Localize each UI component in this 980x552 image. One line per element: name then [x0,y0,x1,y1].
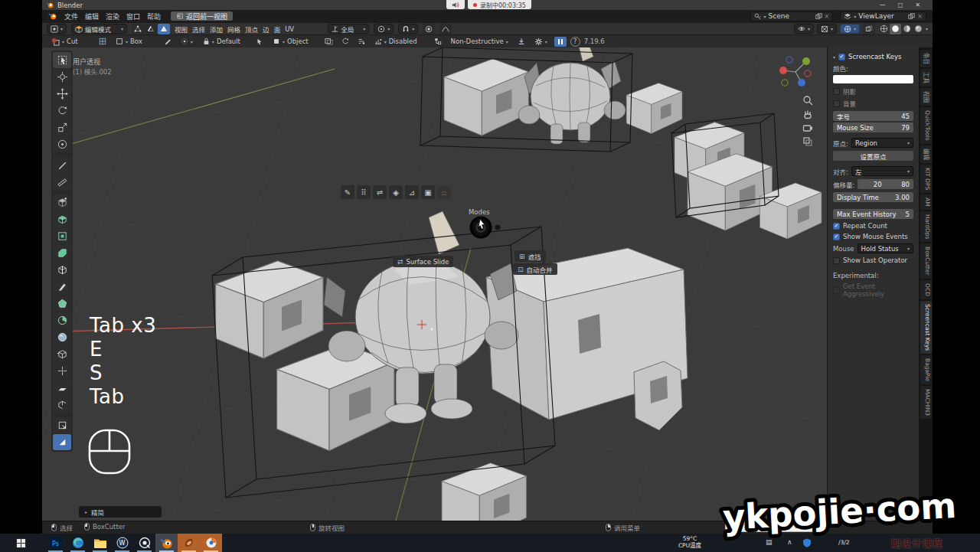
apply-button[interactable] [515,36,528,47]
background-checkbox[interactable] [833,100,840,107]
tool-move[interactable] [53,86,71,102]
hud-extra-icon[interactable]: ▫ [437,185,451,199]
tab-quicktools[interactable]: QuickTools [920,107,932,144]
tool-shear[interactable] [53,380,71,396]
tool-corner-pull[interactable] [53,417,71,433]
tab-boxcutter[interactable]: BoxCutter [920,243,932,279]
tab-screencast-keys[interactable]: Screencast Keys [920,301,932,354]
menu-help[interactable]: 帮助 [147,11,161,21]
tool-rip-region[interactable] [53,397,71,413]
material-shading-button[interactable] [901,24,913,34]
hud-annotate-icon[interactable]: ✎ [341,185,354,199]
new-copy-icon[interactable] [908,13,915,20]
taskbar-edge[interactable] [67,534,89,552]
menu-uv[interactable]: UV [285,25,294,33]
rendered-shading-button[interactable] [913,24,924,34]
transform-orientation-dropdown[interactable]: 全局 ▾ [328,24,369,34]
menu-mesh[interactable]: 网格 [227,24,240,34]
menu-vertex[interactable]: 顶点 [245,24,258,34]
mode-target-dropdown[interactable]: ▾ Object [270,37,312,47]
modes-pie-button[interactable] [468,214,503,242]
shadow-checkbox[interactable] [833,88,840,95]
hud-slide-icon[interactable]: ⇌ [373,185,387,199]
close-icon[interactable]: ✕ [915,2,920,8]
hud-box-icon[interactable]: ▣ [421,185,435,199]
tab-hardops[interactable]: HardOps [920,211,932,243]
scene-selector[interactable]: ▾ Scene × [750,11,834,21]
hud-eyedropper-icon[interactable]: ⊿ [405,185,419,199]
hud-vertices-icon[interactable]: ⠿ [357,185,371,199]
tool-measure[interactable] [53,174,71,190]
maximize-icon[interactable]: ◻ [898,2,903,8]
pause-button[interactable] [554,37,567,47]
get-event-checkbox[interactable] [833,287,840,294]
hud-merge-icon[interactable]: ◈ [389,185,403,199]
back-to-previous-view-button[interactable]: 返回前一视图 [171,11,233,21]
tool-spin[interactable] [53,312,71,328]
pivot-point-dropdown[interactable]: ▾ [374,24,394,34]
surface-slide-button[interactable]: ⇄ Surface Slide [393,256,453,267]
help-button[interactable]: ? [570,37,580,47]
tool-extrude[interactable] [53,211,71,227]
edge-select-button[interactable] [145,24,157,34]
falloff-button[interactable] [439,24,452,34]
gizmo-z-neg[interactable] [786,57,792,63]
recorder-speaker-button[interactable] [446,0,465,9]
tool-loop-cut[interactable] [53,262,71,278]
tab-am[interactable]: AM [920,194,932,210]
tool-bevel[interactable] [53,245,71,261]
tool-cursor[interactable] [53,69,71,85]
menu-select[interactable]: 选择 [192,24,205,34]
mode-dropdown[interactable]: 编辑模式 ▾ [71,24,127,34]
collapse-caret-icon[interactable]: ▾ [833,54,835,60]
start-button[interactable] [10,534,32,552]
toggle-grid-button[interactable] [96,36,109,47]
menu-render[interactable]: 渲染 [106,11,119,21]
tool-edge-slide[interactable] [53,346,71,362]
settings-dropdown[interactable]: ▾ [531,37,550,47]
unlink-icon[interactable]: × [825,13,830,20]
editor-type-button[interactable]: ▾ [47,24,67,34]
tab-kit-ops[interactable]: KIT OPS [920,165,932,193]
minimize-icon[interactable]: — [880,2,886,8]
tool-shrink-fatten[interactable] [53,363,71,379]
shape-dropdown[interactable]: ▾ Box [113,37,145,47]
menu-edge[interactable]: 边 [263,24,270,34]
tab-bagapie[interactable]: BagaPie [920,355,932,384]
tool-scale[interactable] [53,119,71,136]
tab-tool[interactable]: 工具 [920,69,932,87]
workflow-dropdown[interactable]: Non-Destructive ▾ [448,37,511,47]
viewport-3d[interactable]: 用户透视 (1) 模头.002 ✎ ⠿ ⇌ ◈ ⊿ ▣ ▫ Modes [42,47,933,521]
visibility-dropdown[interactable]: ▾ [794,24,814,34]
blender-logo-icon[interactable] [48,12,57,20]
new-copy-icon[interactable] [815,13,822,20]
tool-inset[interactable] [53,228,71,244]
face-select-button[interactable] [158,24,170,34]
offset-x-field[interactable]: 20 [858,179,885,189]
occlude-button[interactable]: ⊞ 遮挡 [514,250,546,262]
tab-edit[interactable]: 编辑 [920,145,932,163]
taskbar-circle-app[interactable] [200,534,222,552]
viewport-3d-scene[interactable] [42,47,827,521]
menu-face[interactable]: 面 [274,24,281,34]
mouse-mode-dropdown[interactable]: Hold Status▾ [858,243,913,253]
set-origin-button[interactable]: 设置原点 [833,151,913,161]
cyclic-button[interactable] [339,36,351,47]
repeat-count-checkbox[interactable]: ✓ [833,223,840,230]
panel-enable-checkbox[interactable]: ✓ [838,54,845,60]
display-wire-button[interactable] [323,36,335,47]
gizmo-y-axis[interactable] [802,57,810,65]
snap-dropdown[interactable]: ▾ [398,24,418,34]
solid-shading-button[interactable] [890,24,901,34]
zoom-icon[interactable] [802,95,813,106]
gizmo-z-axis[interactable] [798,79,805,87]
viewlayer-selector[interactable]: ▾ ViewLayer × [840,11,926,21]
tool-boxcutter-active[interactable] [53,434,71,450]
vertex-select-button[interactable] [132,24,144,34]
behavior-dropdown[interactable]: ▾ Default [200,37,243,47]
cursor-snap-button[interactable] [253,36,266,47]
align-dropdown[interactable]: 左▾ [851,166,913,176]
camera-view-icon[interactable] [802,122,813,133]
auto-merge-button[interactable]: ⊡ 自动合并 [513,263,557,275]
tool-rotate[interactable] [53,103,71,119]
